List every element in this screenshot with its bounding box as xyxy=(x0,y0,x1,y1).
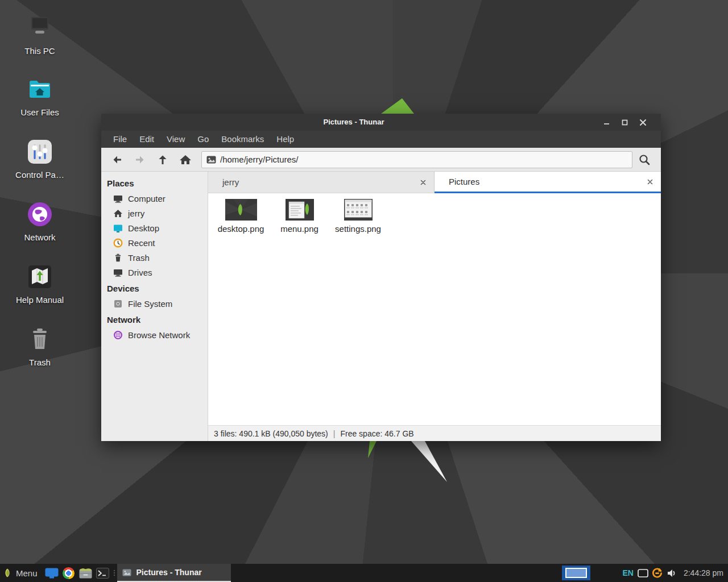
mint-menu-icon xyxy=(3,568,13,578)
sidebar-item-label: Desktop xyxy=(128,223,159,233)
sidebar: Places Computer jerry xyxy=(101,172,208,441)
file-settings-png[interactable]: settings.png xyxy=(331,199,385,234)
forward-button[interactable] xyxy=(129,150,151,169)
up-button[interactable] xyxy=(151,150,174,169)
workspace-switcher[interactable] xyxy=(562,566,590,580)
display-tray-button[interactable] xyxy=(638,569,648,577)
sidebar-item-drives[interactable]: Drives xyxy=(101,265,208,280)
sidebar-item-label: jerry xyxy=(128,209,144,218)
sidebar-item-home-jerry[interactable]: jerry xyxy=(101,206,208,221)
desktop-icon-label: This PC xyxy=(24,46,55,56)
sidebar-header-network: Network xyxy=(101,313,208,327)
desktop-monitor-icon xyxy=(113,223,123,233)
taskbar-window-button-label: Pictures - Thunar xyxy=(136,568,202,577)
close-button[interactable] xyxy=(634,114,652,131)
search-icon xyxy=(638,153,651,166)
home-button[interactable] xyxy=(174,150,197,169)
menu-button-label[interactable]: Menu xyxy=(16,568,38,578)
file-name: desktop.png xyxy=(218,224,264,234)
status-free-space: Free space: 46.7 GB xyxy=(340,429,413,438)
sidebar-item-label: File System xyxy=(128,299,172,309)
titlebar[interactable]: Pictures - Thunar xyxy=(101,114,661,131)
file-name: settings.png xyxy=(335,224,381,234)
home-icon xyxy=(179,154,192,165)
path-bar[interactable] xyxy=(201,151,632,168)
file-manager-launcher[interactable] xyxy=(77,564,94,582)
menu-view[interactable]: View xyxy=(160,131,191,148)
menu-edit[interactable]: Edit xyxy=(133,131,160,148)
chrome-launcher[interactable] xyxy=(60,564,77,582)
image-thumbnail xyxy=(225,199,257,221)
close-icon xyxy=(638,118,648,127)
volume-tray-button[interactable] xyxy=(667,568,677,578)
status-separator: | xyxy=(333,429,336,438)
update-refresh-icon xyxy=(651,567,663,579)
user-files-folder-icon xyxy=(26,75,53,103)
taskbar-window-button[interactable]: Pictures - Thunar xyxy=(117,564,231,582)
tab-close-button[interactable] xyxy=(646,177,655,186)
network-globe-icon xyxy=(113,330,123,340)
update-manager-tray-button[interactable] xyxy=(651,567,663,579)
file-cabinet-icon xyxy=(79,568,92,579)
keyboard-layout-indicator[interactable]: EN xyxy=(622,568,633,577)
display-icon xyxy=(638,569,648,577)
file-desktop-png[interactable]: desktop.png xyxy=(214,199,268,234)
sidebar-item-label: Computer xyxy=(128,194,166,203)
toolbar xyxy=(101,148,661,172)
desktop-icon-label: User Files xyxy=(20,107,59,117)
desktop-icon-help-manual[interactable]: Help Manual xyxy=(6,263,74,305)
sidebar-item-recent[interactable]: Recent xyxy=(101,235,208,250)
tab-pictures[interactable]: Pictures xyxy=(435,172,661,193)
menu-button[interactable] xyxy=(0,564,16,582)
terminal-icon xyxy=(96,568,109,579)
status-bar: 3 files: 490.1 kB (490,050 bytes) | Free… xyxy=(208,425,661,441)
help-manual-icon xyxy=(26,263,53,291)
menu-go[interactable]: Go xyxy=(191,131,215,148)
maximize-button[interactable] xyxy=(615,114,634,131)
back-button[interactable] xyxy=(106,150,129,169)
desktop-icon-label: Control Pa… xyxy=(15,170,64,180)
drives-icon xyxy=(113,268,123,277)
home-icon xyxy=(113,209,123,218)
speaker-icon xyxy=(667,568,677,578)
main-content: jerry Pictures xyxy=(208,172,661,441)
image-thumbnail xyxy=(344,199,373,221)
tab-close-button[interactable] xyxy=(419,178,428,187)
close-icon xyxy=(647,179,653,185)
file-menu-png[interactable]: menu.png xyxy=(272,199,326,234)
sidebar-item-trash[interactable]: Trash xyxy=(101,250,208,265)
path-input[interactable] xyxy=(220,155,627,164)
desktop-icon-label: Network xyxy=(24,232,55,242)
sidebar-item-label: Trash xyxy=(128,253,150,263)
sidebar-item-browse-network[interactable]: Browse Network xyxy=(101,327,208,342)
control-panel-icon xyxy=(26,138,53,166)
computer-icon xyxy=(26,14,53,42)
terminal-launcher[interactable] xyxy=(94,564,111,582)
desktop-icon-control-panel[interactable]: Control Pa… xyxy=(6,138,74,180)
sidebar-header-devices: Devices xyxy=(101,281,208,296)
menu-help[interactable]: Help xyxy=(270,131,300,148)
minimize-button[interactable] xyxy=(597,114,615,131)
tab-bar: jerry Pictures xyxy=(208,172,661,193)
desktop-icon-network[interactable]: Network xyxy=(6,200,74,242)
menu-bookmarks[interactable]: Bookmarks xyxy=(215,131,270,148)
show-desktop-launcher[interactable] xyxy=(43,564,60,582)
clock[interactable]: 2:44:28 pm xyxy=(684,568,723,577)
trash-icon xyxy=(113,253,123,263)
sidebar-item-file-system[interactable]: File System xyxy=(101,296,208,311)
sidebar-item-label: Browse Network xyxy=(128,330,190,340)
sidebar-item-desktop[interactable]: Desktop xyxy=(101,221,208,235)
tab-label: jerry xyxy=(208,177,239,187)
tab-jerry[interactable]: jerry xyxy=(208,172,435,193)
window-title: Pictures - Thunar xyxy=(101,114,606,131)
hard-drive-icon xyxy=(113,299,123,309)
close-icon xyxy=(420,180,426,185)
desktop-icon-label: Help Manual xyxy=(16,295,64,305)
desktop-icon-user-files[interactable]: User Files xyxy=(6,75,74,117)
menu-file[interactable]: File xyxy=(107,131,133,148)
desktop-icon-this-pc[interactable]: This PC xyxy=(6,14,74,56)
active-workspace[interactable] xyxy=(565,568,587,578)
sidebar-item-computer[interactable]: Computer xyxy=(101,191,208,206)
desktop-icon-trash[interactable]: Trash xyxy=(6,325,74,367)
search-button[interactable] xyxy=(632,150,656,169)
